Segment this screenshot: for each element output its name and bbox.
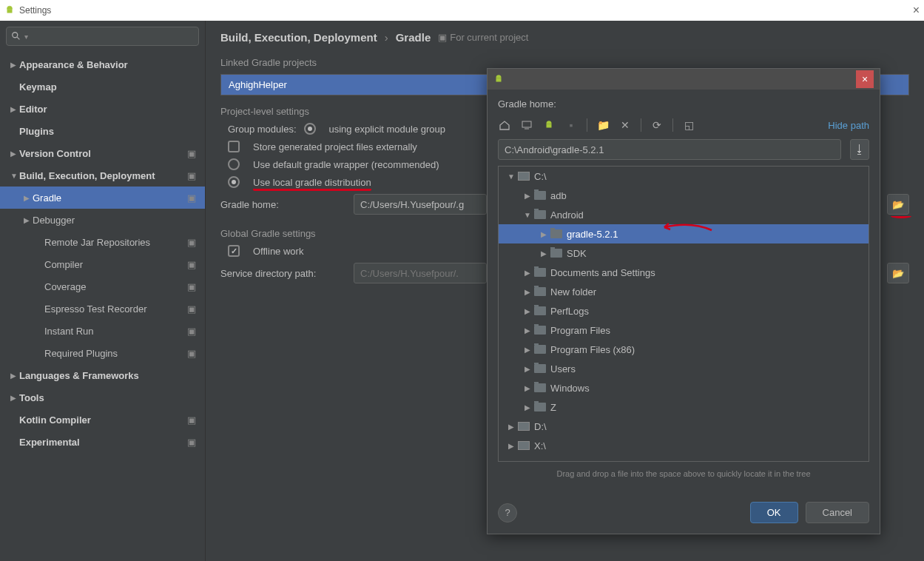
file-tree-item[interactable]: ▼C:\ xyxy=(499,167,869,186)
sidebar-item[interactable]: Remote Jar Repositories▣ xyxy=(0,231,205,253)
browse-gradle-home-button[interactable]: 📂 xyxy=(887,194,909,215)
use-default-label: Use default gradle wrapper (recommended) xyxy=(253,159,439,170)
path-input[interactable] xyxy=(498,139,841,160)
sidebar-item[interactable]: Compiler▣ xyxy=(0,253,205,275)
breadcrumb-part: Gradle xyxy=(396,31,431,44)
file-tree-item[interactable]: ▶D:\ xyxy=(499,417,869,436)
svg-line-2 xyxy=(17,37,20,40)
browse-service-dir-button[interactable]: 📂 xyxy=(887,263,909,283)
svg-rect-3 xyxy=(496,78,502,81)
search-input[interactable]: ▾ xyxy=(6,27,199,46)
project-icon: ▣ xyxy=(438,32,447,43)
refresh-icon[interactable]: ⟳ xyxy=(650,118,664,132)
file-tree-item[interactable]: ▶adb xyxy=(499,186,869,205)
dialog-close-button[interactable]: × xyxy=(856,70,874,88)
sidebar-item[interactable]: Keymap xyxy=(0,75,205,98)
sidebar-item[interactable]: Experimental▣ xyxy=(0,431,205,453)
chevron-right-icon: › xyxy=(385,31,388,44)
file-tree-item[interactable]: ▶X:\ xyxy=(499,436,869,455)
new-folder-icon[interactable]: 📁 xyxy=(596,118,610,132)
dialog-toolbar: ▪ 📁 ✕ ⟳ ◱ Hide path xyxy=(498,118,869,132)
gradle-home-input[interactable] xyxy=(354,194,487,215)
offline-work-checkbox[interactable] xyxy=(228,245,240,257)
sidebar-item[interactable]: ▶Editor xyxy=(0,98,205,120)
sidebar-item[interactable]: Plugins xyxy=(0,120,205,142)
use-local-radio[interactable] xyxy=(228,176,240,188)
group-modules-radio[interactable] xyxy=(304,123,316,135)
sidebar-item[interactable]: Kotlin Compiler▣ xyxy=(0,409,205,431)
use-default-radio[interactable] xyxy=(228,158,240,170)
android-icon xyxy=(4,5,15,16)
drag-drop-hint: Drag and drop a file into the space abov… xyxy=(498,469,869,478)
project-icon[interactable] xyxy=(542,118,556,132)
offline-work-label: Offline work xyxy=(253,246,303,257)
delete-icon[interactable]: ✕ xyxy=(618,118,632,132)
breadcrumb: Build, Execution, Deployment › Gradle ▣ … xyxy=(220,31,909,44)
linked-projects-label: Linked Gradle projects xyxy=(220,57,909,68)
file-tree-item[interactable]: ▶Windows xyxy=(499,378,869,397)
group-modules-label: Group modules: xyxy=(228,124,297,135)
search-icon xyxy=(11,31,21,41)
store-external-checkbox[interactable] xyxy=(228,141,240,152)
cancel-button[interactable]: Cancel xyxy=(806,502,869,523)
use-local-label: Use local gradle distribution xyxy=(253,177,371,188)
file-tree-item[interactable]: ▶PerfLogs xyxy=(499,301,869,320)
sidebar-item[interactable]: Required Plugins▣ xyxy=(0,342,205,364)
file-tree-item[interactable]: ▶Users xyxy=(499,359,869,378)
annotation-arrow xyxy=(661,220,713,235)
ok-button[interactable]: OK xyxy=(750,502,798,523)
window-title: Settings xyxy=(19,5,51,16)
breadcrumb-part[interactable]: Build, Execution, Deployment xyxy=(220,31,377,44)
close-icon[interactable]: × xyxy=(913,4,920,17)
file-tree-item[interactable]: ▶Documents and Settings xyxy=(499,263,869,282)
history-button[interactable]: ⭳ xyxy=(850,139,869,160)
sidebar-item[interactable]: ▶Tools xyxy=(0,386,205,409)
current-project-label: ▣ For current project xyxy=(438,32,528,43)
settings-sidebar: ▾ ▶Appearance & BehaviorKeymap▶EditorPlu… xyxy=(0,21,206,561)
sidebar-item[interactable]: ▶Version Control▣ xyxy=(0,142,205,164)
home-icon[interactable] xyxy=(498,118,511,132)
desktop-icon[interactable] xyxy=(520,118,533,132)
android-icon xyxy=(493,74,504,84)
sidebar-item[interactable]: ▶Gradle▣ xyxy=(0,187,205,209)
sidebar-item[interactable]: ▶Debugger xyxy=(0,209,205,231)
sidebar-item[interactable]: ▼Build, Execution, Deployment▣ xyxy=(0,164,205,187)
hide-path-link[interactable]: Hide path xyxy=(828,120,869,131)
sidebar-item[interactable]: ▶Appearance & Behavior xyxy=(0,53,205,75)
file-tree-item[interactable]: ▶Program Files xyxy=(499,320,869,340)
file-tree[interactable]: ▼C:\▶adb▼Android▶gradle-5.2.1▶SDK▶Docume… xyxy=(498,166,869,462)
file-tree-item[interactable]: ▶Program Files (x86) xyxy=(499,340,869,359)
svg-rect-4 xyxy=(522,121,531,127)
svg-rect-0 xyxy=(7,9,13,13)
store-external-label: Store generated project files externally xyxy=(253,141,417,152)
dialog-titlebar: × xyxy=(488,69,880,90)
window-titlebar: Settings × xyxy=(0,0,924,21)
service-dir-label: Service directory path: xyxy=(220,268,346,279)
help-button[interactable]: ? xyxy=(498,503,517,523)
svg-point-1 xyxy=(13,33,18,38)
sidebar-item[interactable]: Espresso Test Recorder▣ xyxy=(0,298,205,320)
svg-rect-6 xyxy=(547,124,552,127)
sidebar-item[interactable]: Instant Run▣ xyxy=(0,320,205,342)
service-dir-input[interactable] xyxy=(354,263,487,283)
group-modules-option: using explicit module group xyxy=(329,124,446,135)
file-tree-item[interactable]: ▶Z xyxy=(499,397,869,417)
module-icon: ▪ xyxy=(564,118,578,132)
sidebar-item[interactable]: ▶Languages & Frameworks xyxy=(0,364,205,386)
settings-tree: ▶Appearance & BehaviorKeymap▶EditorPlugi… xyxy=(0,53,205,561)
file-chooser-dialog: × Gradle home: ▪ 📁 ✕ ⟳ ◱ Hide path ⭳ ▼C:… xyxy=(487,68,880,534)
sidebar-item[interactable]: Coverage▣ xyxy=(0,275,205,298)
dialog-label: Gradle home: xyxy=(498,98,869,110)
file-tree-item[interactable]: ▶SDK xyxy=(499,243,869,263)
gradle-home-label: Gradle home: xyxy=(220,199,346,210)
file-tree-item[interactable]: ▶New folder xyxy=(499,282,869,301)
dropdown-icon: ▾ xyxy=(24,33,28,41)
show-hidden-icon[interactable]: ◱ xyxy=(682,118,695,132)
